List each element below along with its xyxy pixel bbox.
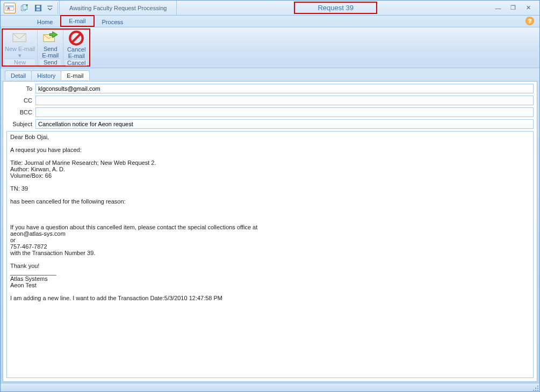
ribbon-cancel-label1: Cancel xyxy=(67,46,85,53)
clone-icon xyxy=(20,4,28,12)
ribbon-cancel-label2: E-mail xyxy=(68,53,85,59)
sub-tabs: Detail History E-mail xyxy=(1,68,539,80)
ribbon-body: New E-mail ▾ New Send E-mail Send xyxy=(1,27,539,68)
ribbon-new-email-label: New E-mail xyxy=(5,46,35,52)
send-email-icon xyxy=(42,31,59,45)
ribbon-highlight-box: New E-mail ▾ New Send E-mail Send xyxy=(2,28,90,67)
input-cc[interactable] xyxy=(35,96,534,105)
status-text: Awaiting Faculty Request Processing xyxy=(59,1,177,15)
label-to: To xyxy=(6,85,35,92)
ribbon-category-cancel: Cancel xyxy=(66,59,87,66)
separator xyxy=(57,2,58,14)
help-button[interactable]: ? xyxy=(525,17,534,25)
tab-detail[interactable]: Detail xyxy=(5,70,32,80)
row-subject: Subject xyxy=(6,119,534,129)
ribbon-new-email-dropdown[interactable]: ▾ xyxy=(18,52,21,59)
svg-rect-7 xyxy=(37,8,40,10)
email-pane: To CC BCC Subject Dear Bob Ojai, A reque… xyxy=(3,81,537,382)
ribbon-tab-process[interactable]: Process xyxy=(95,17,131,27)
ribbon-category-new: New xyxy=(5,59,35,66)
tab-email[interactable]: E-mail xyxy=(61,70,89,80)
ribbon-category-send: Send xyxy=(40,59,61,66)
input-to[interactable] xyxy=(35,84,534,93)
app-logo-icon: A xyxy=(5,4,14,12)
restore-button[interactable]: ❐ xyxy=(509,4,517,11)
ribbon-send-label2: E-mail xyxy=(42,52,59,59)
ribbon-tabs: Home E-mail Process ? xyxy=(1,16,539,27)
app-menu-button[interactable]: A xyxy=(4,3,16,13)
resize-grip[interactable] xyxy=(532,384,538,391)
label-bcc: BCC xyxy=(6,109,35,115)
qat-dropdown-button[interactable] xyxy=(47,3,53,13)
ribbon-tab-home[interactable]: Home xyxy=(30,17,60,27)
ribbon-send-label1: Send xyxy=(44,46,57,52)
status-bar xyxy=(1,383,539,391)
tab-history[interactable]: History xyxy=(31,70,61,80)
chevron-down-icon xyxy=(47,4,53,12)
email-body[interactable]: Dear Bob Ojai, A request you have placed… xyxy=(6,131,534,378)
svg-text:A: A xyxy=(7,6,10,11)
label-cc: CC xyxy=(6,97,35,104)
svg-line-11 xyxy=(73,34,81,42)
save-icon xyxy=(34,4,42,12)
row-to: To xyxy=(6,84,534,93)
input-subject[interactable] xyxy=(35,119,534,129)
window-controls: — ❐ ✕ xyxy=(494,4,539,11)
window-title: Request 39 xyxy=(294,2,377,14)
close-button[interactable]: ✕ xyxy=(524,4,532,11)
quick-access-toolbar: A xyxy=(1,3,56,13)
ribbon-new-email[interactable]: New E-mail ▾ New xyxy=(3,30,38,66)
window-title-area: Request 39 xyxy=(177,2,494,14)
label-subject: Subject xyxy=(6,121,35,127)
ribbon-cancel-email[interactable]: Cancel E-mail Cancel xyxy=(63,30,89,66)
minimize-button[interactable]: — xyxy=(494,5,502,11)
app-window: A xyxy=(0,0,540,392)
svg-rect-6 xyxy=(37,5,40,8)
titlebar: A xyxy=(1,1,539,16)
cancel-email-icon xyxy=(68,31,84,46)
new-email-icon xyxy=(12,31,28,45)
clone-button[interactable] xyxy=(19,3,30,13)
save-button[interactable] xyxy=(33,3,44,13)
ribbon-tab-email[interactable]: E-mail xyxy=(60,15,94,27)
row-cc: CC xyxy=(6,96,534,105)
ribbon-send-email[interactable]: Send E-mail Send xyxy=(38,30,63,66)
input-bcc[interactable] xyxy=(35,107,534,117)
row-bcc: BCC xyxy=(6,107,534,117)
